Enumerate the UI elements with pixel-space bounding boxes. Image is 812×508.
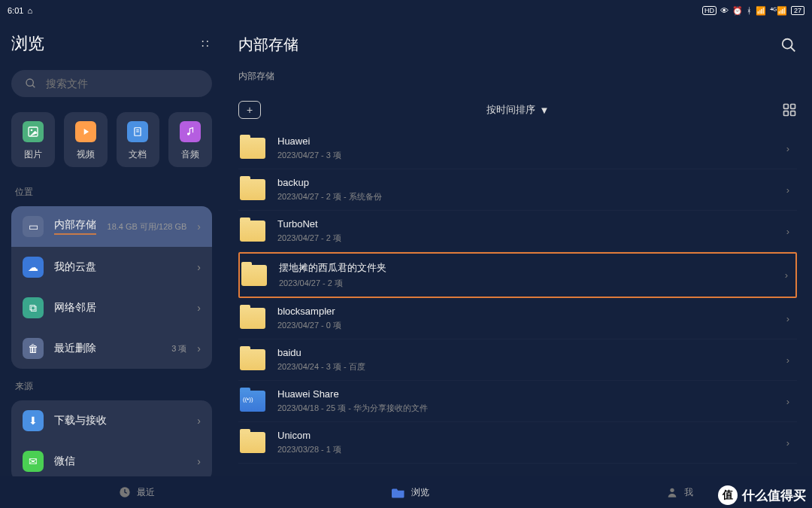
folder-icon xyxy=(240,432,265,453)
quick-label: 音频 xyxy=(181,148,199,161)
user-icon xyxy=(666,486,678,498)
file-list: Huawei 2023/04/27 - 3 项 › backup 2023/04… xyxy=(238,128,797,469)
file-row[interactable]: TurboNet 2023/04/27 - 2 项 › xyxy=(238,211,797,252)
search-box[interactable] xyxy=(11,70,212,97)
file-row[interactable]: aquery 2023/03/20 - 1 项 › xyxy=(238,464,797,469)
status-bar: 6:01 ⌂ HD 👁 ⏰ ᚼ 📶 ⁴ᴳ📶 27 xyxy=(0,0,812,21)
svg-line-1 xyxy=(32,85,35,87)
network-icon: ⧉ xyxy=(23,297,44,318)
alarm-icon: ⏰ xyxy=(732,6,743,16)
quick-videos[interactable]: 视频 xyxy=(64,112,108,167)
content-title: 内部存储 xyxy=(238,35,298,55)
audio-icon xyxy=(180,121,201,142)
file-name: blocksampler xyxy=(277,306,774,317)
storage-icon: ▭ xyxy=(23,216,44,237)
svg-line-9 xyxy=(791,47,795,51)
quick-audio[interactable]: 音频 xyxy=(168,112,212,167)
folder-icon xyxy=(240,391,265,412)
file-name: TurboNet xyxy=(277,218,774,230)
chevron-right-icon: › xyxy=(197,415,201,427)
quick-images[interactable]: 图片 xyxy=(11,112,55,167)
chevron-right-icon: › xyxy=(786,313,795,324)
chevron-right-icon: › xyxy=(786,396,795,407)
folder-icon xyxy=(240,179,265,200)
file-name: Huawei xyxy=(277,135,774,147)
section-sources: 来源 xyxy=(15,380,208,393)
chevron-right-icon: › xyxy=(197,302,201,314)
tv-icon: ⌂ xyxy=(27,6,32,15)
nav-label: 微信 xyxy=(54,455,186,468)
status-right-cluster: HD 👁 ⏰ ᚼ 📶 ⁴ᴳ📶 27 xyxy=(702,6,804,16)
nav-wechat[interactable]: ✉ 微信 › xyxy=(11,441,212,476)
file-meta: 2023/04/18 - 25 项 - 华为分享接收的文件 xyxy=(277,403,774,414)
nav-trash[interactable]: 🗑 最近删除 3 项 › xyxy=(11,328,212,369)
wifi-icon: 📶 xyxy=(756,6,766,16)
file-row[interactable]: Huawei Share 2023/04/18 - 25 项 - 华为分享接收的… xyxy=(238,381,797,422)
image-icon xyxy=(23,121,44,142)
file-meta: 2023/04/27 - 3 项 xyxy=(277,150,774,161)
svg-point-3 xyxy=(31,129,33,132)
bottom-browse[interactable]: 浏览 xyxy=(392,486,429,499)
new-folder-button[interactable]: + xyxy=(238,101,261,119)
svg-rect-12 xyxy=(784,111,789,116)
sources-list: ⬇ 下载与接收 › ✉ 微信 › xyxy=(11,400,212,476)
chevron-right-icon: › xyxy=(786,226,795,237)
sort-button[interactable]: 按时间排序 ▼ xyxy=(486,103,550,117)
chevron-right-icon: › xyxy=(197,221,201,233)
file-row[interactable]: baidu 2023/04/24 - 3 项 - 百度 › xyxy=(238,339,797,381)
folder-icon xyxy=(392,486,405,498)
svg-rect-10 xyxy=(784,105,789,109)
file-row[interactable]: Huawei 2023/04/27 - 3 项 › xyxy=(238,128,797,169)
nav-internal-storage[interactable]: ▭ 内部存储 18.4 GB 可用/128 GB › xyxy=(11,206,212,247)
search-icon xyxy=(25,78,37,90)
locations-list: ▭ 内部存储 18.4 GB 可用/128 GB › ☁ 我的云盘 › ⧉ 网络… xyxy=(11,206,212,369)
bottom-me[interactable]: 我 xyxy=(666,486,693,499)
quick-docs[interactable]: 文档 xyxy=(117,112,160,167)
folder-icon xyxy=(240,138,265,159)
svg-point-15 xyxy=(671,488,674,492)
sidebar: 浏览 ∷ 图片 视频 文档 音频 位置 xyxy=(0,21,223,476)
chevron-down-icon: ▼ xyxy=(540,105,550,116)
search-input[interactable] xyxy=(46,78,198,90)
file-row[interactable]: backup 2023/04/27 - 2 项 - 系统备份 › xyxy=(238,169,797,211)
file-row[interactable]: blocksampler 2023/04/27 - 0 项 › xyxy=(238,298,797,339)
folder-icon xyxy=(240,308,265,329)
clock-icon xyxy=(119,486,131,498)
more-icon[interactable]: ∷ xyxy=(201,41,212,47)
file-row[interactable]: Unicom 2023/03/28 - 1 项 › xyxy=(238,422,797,464)
chevron-right-icon: › xyxy=(786,437,795,449)
content-panel: 内部存储 内部存储 + 按时间排序 ▼ Huawei 2023/04/27 - … xyxy=(223,21,812,476)
wechat-icon: ✉ xyxy=(23,451,44,472)
folder-icon xyxy=(241,265,267,286)
file-name: 摆地摊的西瓜君的文件夹 xyxy=(279,261,773,275)
nav-downloads[interactable]: ⬇ 下载与接收 › xyxy=(11,400,212,441)
svg-rect-13 xyxy=(791,111,795,116)
download-icon: ⬇ xyxy=(23,410,44,431)
nav-cloud[interactable]: ☁ 我的云盘 › xyxy=(11,247,212,287)
search-icon[interactable] xyxy=(780,37,797,53)
eye-icon: 👁 xyxy=(720,6,729,15)
nav-label: 我的云盘 xyxy=(54,260,186,274)
breadcrumb[interactable]: 内部存储 xyxy=(238,61,797,96)
trash-icon: 🗑 xyxy=(23,338,44,359)
nav-label: 最近删除 xyxy=(54,342,161,355)
svg-point-8 xyxy=(783,38,792,48)
file-name: backup xyxy=(277,177,774,188)
file-meta: 2023/04/27 - 0 项 xyxy=(277,320,774,331)
section-locations: 位置 xyxy=(15,186,208,199)
chevron-right-icon: › xyxy=(197,455,201,467)
svg-rect-11 xyxy=(791,105,795,109)
grid-view-icon[interactable] xyxy=(782,102,797,117)
nav-label: 内部存储 xyxy=(54,218,96,235)
quick-label: 文档 xyxy=(129,148,147,161)
bluetooth-icon: ᚼ xyxy=(747,6,752,15)
nav-label: 下载与接收 xyxy=(54,414,186,427)
nav-network[interactable]: ⧉ 网络邻居 › xyxy=(11,287,212,328)
file-row[interactable]: 摆地摊的西瓜君的文件夹 2023/04/27 - 2 项 › xyxy=(238,252,797,298)
quick-label: 视频 xyxy=(77,148,95,161)
bottom-recent[interactable]: 最近 xyxy=(119,486,155,499)
nav-label: 网络邻居 xyxy=(54,301,186,315)
file-meta: 2023/04/27 - 2 项 - 系统备份 xyxy=(277,191,774,202)
folder-icon xyxy=(240,349,265,370)
chevron-right-icon: › xyxy=(786,354,795,366)
